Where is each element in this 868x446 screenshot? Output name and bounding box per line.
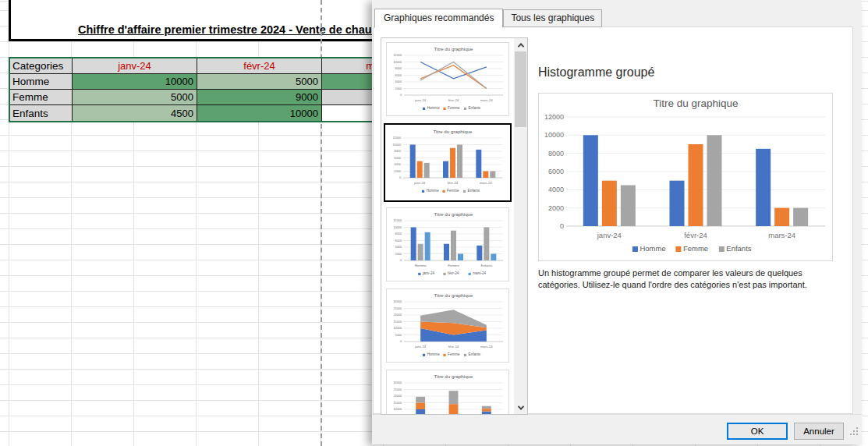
svg-text:12000: 12000 [544,113,564,121]
chart-thumbnail-list: Titre du graphique0200040006000800010000… [381,37,528,415]
svg-text:Enfants: Enfants [469,106,481,110]
svg-text:0: 0 [399,176,401,179]
thumbnail-clustered-column-by-category[interactable]: Titre du graphique0200040006000800010000… [386,207,509,281]
svg-text:Titre du graphique: Titre du graphique [434,46,474,51]
svg-text:6000: 6000 [395,239,402,242]
svg-text:4000: 4000 [395,80,402,83]
svg-text:févr-24: févr-24 [448,98,459,102]
svg-text:mars-24: mars-24 [768,231,795,239]
table-cell: 5000 [197,74,322,90]
svg-text:Titre du graphique: Titre du graphique [434,373,474,379]
table-row-label: Femme [10,90,73,105]
sheet-title: Chiffre d'affaire premier trimestre 2024… [78,23,395,36]
svg-text:janv-24: janv-24 [414,345,427,349]
thumbnail-clustered-column-selected[interactable]: Titre du graphique0200040006000800010000… [384,123,512,202]
chart-type-heading: Histogramme groupé [538,65,654,80]
svg-text:6000: 6000 [395,157,401,160]
svg-text:5000: 5000 [395,334,402,337]
tab-tous-les-graphiques[interactable]: Tous les graphiques [503,9,602,27]
svg-text:0: 0 [400,259,402,262]
svg-text:mars-24: mars-24 [480,181,492,185]
scroll-up-button[interactable] [514,38,527,51]
thumbnail-stacked-column[interactable]: Titre du graphique0500010000150002000025… [386,370,509,415]
svg-text:Homme: Homme [639,244,665,253]
excel-window: Chiffre d'affaire premier trimestre 2024… [0,0,868,446]
svg-text:Enfants: Enfants [468,189,480,193]
svg-text:Femme: Femme [448,264,459,267]
tab-graphiques-recommandes[interactable]: Graphiques recommandés [374,9,503,28]
svg-text:8000: 8000 [548,150,564,158]
table-cell: 10000 [73,74,197,90]
table-cell: 9000 [197,90,322,105]
svg-text:4000: 4000 [395,246,402,249]
svg-text:20000: 20000 [393,313,402,317]
svg-text:15000: 15000 [393,320,402,324]
svg-text:0: 0 [400,340,402,343]
cancel-button[interactable]: Annuler [794,423,844,440]
svg-text:Enfants: Enfants [469,352,481,356]
insert-chart-dialog: Graphiques recommandés Tous les graphiqu… [372,0,862,444]
svg-text:30000: 30000 [393,300,402,303]
resize-grip-icon[interactable] [850,434,852,435]
svg-text:Homme: Homme [427,189,440,193]
svg-text:4000: 4000 [548,186,564,193]
svg-text:15000: 15000 [393,402,402,405]
svg-text:mars-24: mars-24 [473,271,486,275]
svg-text:6000: 6000 [548,168,564,175]
svg-text:janv-24: janv-24 [414,98,427,102]
table-cell: 4500 [73,105,197,121]
svg-text:Titre du graphique: Titre du graphique [653,97,738,109]
svg-text:0: 0 [400,94,402,97]
table-header-cell: févr-24 [197,58,322,74]
table-cell: 5000 [73,90,197,105]
svg-text:10000: 10000 [393,61,402,64]
chart-description: Un histogramme groupé permet de comparer… [538,267,830,291]
chevron-down-icon [517,403,523,409]
scrollbar[interactable] [514,38,527,414]
svg-text:févr-24: févr-24 [448,181,459,185]
svg-text:25000: 25000 [393,307,402,310]
sheet-title-cell: Chiffre d'affaire premier trimestre 2024… [9,0,426,41]
svg-text:12000: 12000 [393,54,402,57]
svg-text:Enfants: Enfants [481,264,493,267]
ok-button[interactable]: OK [727,423,788,440]
svg-text:Femme: Femme [448,106,460,110]
dialog-tabs: Graphiques recommandés Tous les graphiqu… [374,9,602,27]
preview-chart-svg: Titre du graphique0200040006000800010000… [539,94,834,260]
svg-text:10000: 10000 [393,226,402,229]
table-header-cell: Categories [10,58,73,74]
svg-text:Titre du graphique: Titre du graphique [434,292,474,298]
svg-text:Homme: Homme [427,352,441,356]
thumbnail-line-chart-svg: Titre du graphique0200040006000800010000… [387,43,510,115]
svg-text:Femme: Femme [447,189,459,193]
scroll-down-button[interactable] [514,401,527,414]
svg-text:2000: 2000 [548,204,564,212]
svg-text:8000: 8000 [395,232,402,235]
chevron-up-icon [517,43,523,49]
thumbnail-stacked-area-svg: Titre du graphique0500010000150002000025… [387,289,510,362]
thumbnail-line-chart[interactable]: Titre du graphique0200040006000800010000… [386,42,509,116]
svg-text:10000: 10000 [393,327,402,330]
svg-text:8000: 8000 [395,150,401,153]
svg-text:0: 0 [560,222,564,230]
svg-text:8000: 8000 [395,67,402,70]
table-row-label: Homme [10,74,73,90]
table-cell: 10000 [197,105,322,121]
svg-text:févr-24: févr-24 [448,345,459,349]
svg-text:Femme: Femme [683,244,708,253]
scrollbar-thumb[interactable] [515,51,526,127]
svg-text:mars-24: mars-24 [480,345,493,349]
thumbnail-clustered-by-category-svg: Titre du graphique0200040006000800010000… [387,208,510,281]
table-header-cell: janv-24 [73,58,197,74]
svg-text:janv-24: janv-24 [597,231,622,239]
svg-text:mars-24: mars-24 [480,98,493,102]
svg-text:12000: 12000 [393,219,402,222]
thumbnail-stacked-area[interactable]: Titre du graphique0500010000150002000025… [386,288,509,363]
svg-text:Homme: Homme [415,264,427,267]
svg-text:25000: 25000 [393,388,402,391]
svg-text:2000: 2000 [395,170,401,173]
tab-page: Titre du graphique0200040006000800010000… [373,27,853,414]
svg-text:2000: 2000 [395,87,402,90]
svg-text:4000: 4000 [395,163,401,166]
svg-text:10000: 10000 [393,408,402,411]
